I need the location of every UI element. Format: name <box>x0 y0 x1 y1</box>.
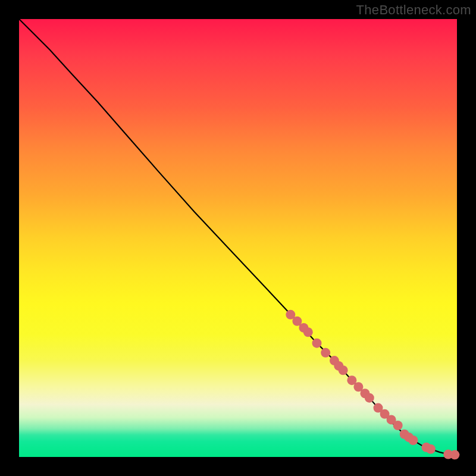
watermark-text: TheBottleneck.com <box>356 2 471 18</box>
chart-plot-area <box>19 19 457 457</box>
